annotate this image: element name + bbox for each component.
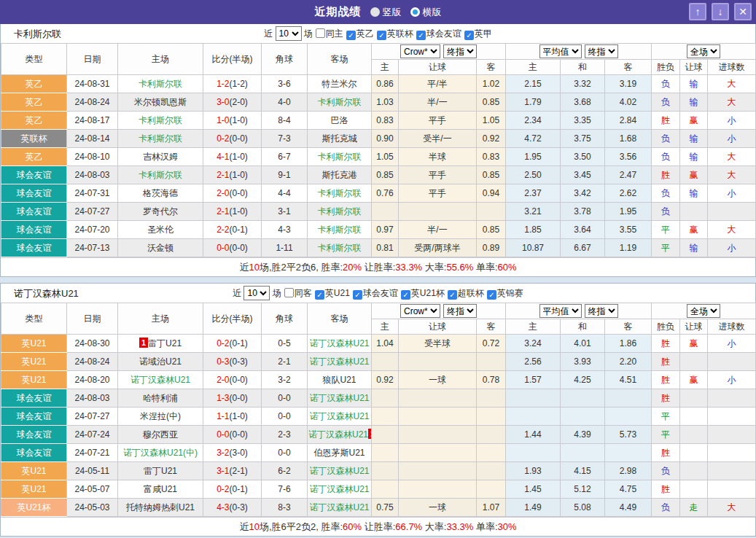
home-team-name[interactable]: 诺丁汉森林U21 xyxy=(130,375,190,385)
away-team-name[interactable]: 卡利斯尔联 xyxy=(318,152,362,162)
odds-provider-select[interactable]: Crow* xyxy=(400,44,440,58)
home-team-name[interactable]: 雷丁U21 xyxy=(144,466,177,476)
away-team-name[interactable]: 诺丁汉森林U21 xyxy=(309,502,369,512)
avg-stage-select[interactable]: 终指 xyxy=(585,304,618,318)
away-team-name[interactable]: 诺丁汉森林U21 xyxy=(309,411,369,421)
league-checkbox[interactable]: ✓ xyxy=(464,31,474,40)
home-team-name[interactable]: 沃金顿 xyxy=(147,243,174,253)
home-team-name[interactable]: 诺域治U21 xyxy=(139,356,182,367)
away-team-name[interactable]: 卡利斯尔联 xyxy=(318,225,362,235)
league-checkbox-label[interactable]: 球会友谊 xyxy=(426,28,461,39)
home-team-name[interactable]: 卡利斯尔联 xyxy=(139,115,182,125)
odds-stage-select[interactable]: 终指 xyxy=(443,304,477,318)
avg-away-cell: 4.51 xyxy=(605,371,652,389)
home-team-name[interactable]: 诺丁汉森林U21(中) xyxy=(123,448,198,458)
league-checkbox-label[interactable]: 英甲 xyxy=(475,28,492,39)
away-team-name[interactable]: 卡利斯尔联 xyxy=(318,188,362,198)
same-venue-checkbox[interactable] xyxy=(284,288,294,297)
league-checkbox-label[interactable]: 英U21杯 xyxy=(411,288,445,298)
same-venue-label[interactable]: 同客 xyxy=(295,288,312,298)
home-team-name[interactable]: 卡利斯尔联 xyxy=(139,79,182,89)
league-checkbox-label[interactable]: 球会友谊 xyxy=(363,288,398,298)
home-team-name[interactable]: 米尔顿凯恩斯 xyxy=(134,97,187,107)
avg-source-select[interactable]: 平均值 xyxy=(539,304,582,318)
avg-stage-select[interactable]: 终指 xyxy=(585,44,618,58)
away-team-name[interactable]: 诺丁汉森林U21 xyxy=(309,338,369,348)
scope-select[interactable]: 全场 xyxy=(687,44,720,58)
radio-label[interactable]: 横版 xyxy=(423,6,442,19)
away-team-name[interactable]: 狼队U21 xyxy=(322,375,356,385)
league-checkbox-label[interactable]: 英锦赛 xyxy=(497,288,523,298)
same-venue-checkbox[interactable] xyxy=(316,28,325,38)
league-checkbox[interactable]: ✓ xyxy=(353,290,362,300)
away-team-name[interactable]: 诺丁汉森林U21 xyxy=(309,393,369,403)
games-count-select[interactable]: 10 xyxy=(276,26,302,41)
away-team-name[interactable]: 诺丁汉森林U21 xyxy=(309,484,369,494)
date-cell: 24-08-17 xyxy=(67,112,118,130)
league-checkbox[interactable]: ✓ xyxy=(315,290,324,300)
same-venue-label[interactable]: 同主 xyxy=(326,28,343,39)
league-checkbox[interactable]: ✓ xyxy=(416,31,426,40)
home-team-name[interactable]: 圣米伦 xyxy=(147,225,174,235)
score-cell: 1-0(1-0) xyxy=(203,112,262,130)
away-team-name[interactable]: 特兰米尔 xyxy=(322,79,357,89)
home-team-name[interactable]: 富咸U21 xyxy=(144,484,177,494)
odds-provider-select[interactable]: Crow* xyxy=(400,304,440,318)
home-team-name[interactable]: 米涅拉(中) xyxy=(140,411,181,421)
avg-home-cell: 2.56 xyxy=(506,353,561,371)
summary-text: 近 xyxy=(239,521,249,532)
home-team-name[interactable]: 哈特利浦 xyxy=(143,393,178,403)
league-checkbox[interactable]: ✓ xyxy=(448,290,457,300)
league-checkbox[interactable]: ✓ xyxy=(377,31,386,40)
home-team-name[interactable]: 卡利斯尔联 xyxy=(139,133,182,144)
league-checkbox[interactable]: ✓ xyxy=(487,290,496,300)
subcolumn-header: 客 xyxy=(477,319,506,335)
away-team-name[interactable]: 伯恩茅斯U21 xyxy=(313,448,365,458)
avg-draw-cell: 4.25 xyxy=(561,371,605,389)
away-team-name[interactable]: 诺丁汉森林U21 xyxy=(308,429,368,440)
away-team-name[interactable]: 诺丁汉森林U21 xyxy=(309,356,369,367)
date-cell: 24-08-14 xyxy=(67,130,118,148)
away-team-name[interactable]: 巴洛 xyxy=(331,115,348,125)
odds-away-cell xyxy=(477,462,506,480)
home-team-name[interactable]: 雷丁U21 xyxy=(148,338,182,348)
league-checkbox-label[interactable]: 英U21 xyxy=(325,288,350,298)
odds-home-cell: 0.75 xyxy=(372,499,399,517)
date-cell: 24-08-24 xyxy=(67,93,118,112)
home-team-name[interactable]: 格茨海德 xyxy=(143,188,178,198)
score-cell: 0-2(0-1) xyxy=(203,335,262,353)
league-checkbox-label[interactable]: 英联杯 xyxy=(387,28,413,39)
move-up-button[interactable]: ↑ xyxy=(689,3,706,20)
away-team-name[interactable]: 斯托克港 xyxy=(322,170,357,180)
league-checkbox-label[interactable]: 英乙 xyxy=(356,28,374,39)
home-team-name[interactable]: 托特纳姆热刺U21 xyxy=(126,502,195,512)
avg-source-select[interactable]: 平均值 xyxy=(539,44,582,58)
scope-select[interactable]: 全场 xyxy=(687,304,720,318)
league-checkbox-label[interactable]: 超联杯 xyxy=(458,288,484,298)
home-team-name[interactable]: 吉林汉姆 xyxy=(143,152,178,162)
radio-label[interactable]: 竖版 xyxy=(383,6,402,19)
vertical-layout-radio[interactable] xyxy=(370,7,380,17)
away-team-name[interactable]: 卡利斯尔联 xyxy=(318,206,362,217)
close-button[interactable]: ✕ xyxy=(734,3,752,20)
home-team-name[interactable]: 穆尔西亚 xyxy=(143,429,178,440)
away-team-name[interactable]: 诺丁汉森林U21 xyxy=(309,466,369,476)
away-team-cell: 诺丁汉森林U21 xyxy=(308,462,372,480)
move-down-button[interactable]: ↓ xyxy=(712,3,729,20)
horizontal-layout-radio[interactable] xyxy=(410,7,420,17)
fulltime-score: 2-1 xyxy=(217,170,229,180)
league-checkbox[interactable]: ✓ xyxy=(346,31,356,40)
result-goals-cell xyxy=(708,462,756,480)
away-team-name[interactable]: 卡利斯尔联 xyxy=(318,243,362,253)
corner-cell: 0-0 xyxy=(262,408,308,426)
avg-away-cell: 2.47 xyxy=(605,166,652,184)
odds-stage-select[interactable]: 终指 xyxy=(443,44,477,58)
home-team-name[interactable]: 卡利斯尔联 xyxy=(139,170,182,180)
away-team-name[interactable]: 斯托克城 xyxy=(322,133,357,144)
away-team-name[interactable]: 卡利斯尔联 xyxy=(318,97,362,107)
league-checkbox[interactable]: ✓ xyxy=(401,290,410,300)
home-team-name[interactable]: 罗奇代尔 xyxy=(143,206,178,217)
games-count-select[interactable]: 10 xyxy=(243,286,270,300)
column-header: 比分(半场) xyxy=(203,44,262,75)
corner-cell: 2-1 xyxy=(262,353,308,371)
